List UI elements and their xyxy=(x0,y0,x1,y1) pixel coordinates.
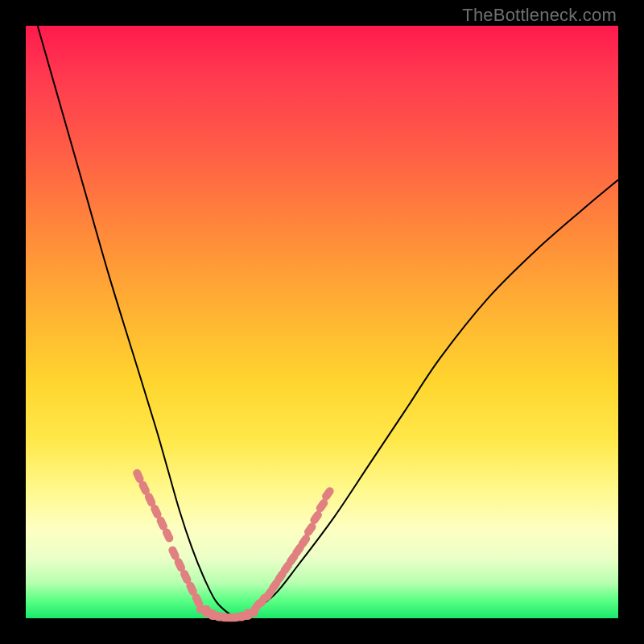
chart-frame: TheBottleneck.com xyxy=(0,0,644,644)
chart-svg xyxy=(26,26,618,618)
bottleneck-curve xyxy=(38,26,618,618)
highlight-dots xyxy=(132,468,336,621)
plot-area xyxy=(26,26,618,618)
watermark-text: TheBottleneck.com xyxy=(462,5,617,26)
bottleneck-curve-path xyxy=(38,26,618,618)
